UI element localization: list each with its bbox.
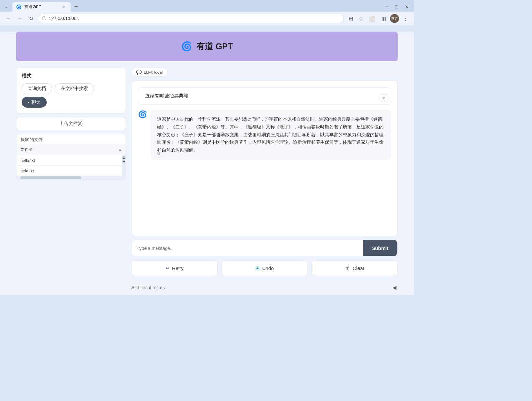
- extensions-button[interactable]: ⬜: [367, 14, 377, 23]
- llm-badge: 💬 LLM: local: [131, 68, 168, 77]
- undo-label: Undo: [262, 265, 274, 271]
- mode-label: 模式: [22, 73, 121, 79]
- window-controls: ─ □ ✕: [382, 3, 411, 11]
- app-logo-icon: 🌀: [181, 41, 192, 52]
- files-list: hello.txt helo.txt: [16, 155, 122, 176]
- collapse-additional-inputs-button[interactable]: ◀: [391, 283, 398, 292]
- minimize-button[interactable]: ─: [382, 3, 391, 11]
- tab-bar: ⌄ 🌀 有道GPT ✕ + ─ □ ✕: [0, 0, 414, 12]
- user-message-container: 道家有哪些经典典籍 ⧉: [138, 87, 391, 105]
- input-section: Submit: [131, 240, 398, 256]
- clear-icon: 🗑: [345, 265, 350, 271]
- mode-section: 模式 查询文档 在文档中搜索 聊天: [16, 68, 126, 113]
- files-column-header: 文件名: [20, 147, 118, 152]
- address-bar[interactable]: ⓘ 127.0.0.1:8001: [38, 14, 344, 23]
- horiz-scroll-thumb: [20, 176, 81, 179]
- scroll-up-button[interactable]: ▲: [122, 156, 125, 159]
- mode-buttons: 查询文档 在文档中搜索 聊天: [22, 83, 121, 108]
- maximize-button[interactable]: □: [392, 3, 401, 11]
- mode-query-button[interactable]: 查询文档: [22, 83, 52, 94]
- tab-controls-left: ⌄: [3, 4, 9, 10]
- translate-button[interactable]: ⊞: [347, 14, 355, 23]
- additional-inputs-row: Additional Inputs ◀: [131, 280, 398, 295]
- bookmark-button[interactable]: ☆: [357, 14, 365, 23]
- new-tab-button[interactable]: +: [72, 2, 81, 12]
- retry-label: Retry: [172, 265, 184, 271]
- files-header-row: 文件名 ▲: [16, 144, 126, 155]
- list-item: hello.txt: [16, 155, 122, 166]
- content-row: 模式 查询文档 在文档中搜索 聊天 上传文件(s) 摄取的文件 文件名 ▲: [16, 68, 398, 295]
- ai-message-container: 🌀 道家是中国古代的一个哲学流派，其主要思想是"道"，即宇宙的本源和自然法则。道…: [138, 110, 391, 160]
- nav-bar: ← → ↻ ⓘ 127.0.0.1:8001 ⊞ ☆ ⬜ ▥ 世奇 ⋮: [0, 12, 414, 25]
- mode-search-button[interactable]: 在文档中搜索: [55, 83, 94, 94]
- profile-button[interactable]: 世奇: [390, 14, 399, 23]
- message-input[interactable]: [132, 240, 360, 256]
- clear-label: Clear: [353, 265, 364, 271]
- main-content: 🌀 有道 GPT 模式 查询文档 在文档中搜索 聊天 上传文件(s) 摄取的文件: [0, 32, 414, 295]
- llm-badge-text: LLM: local: [144, 70, 163, 75]
- files-vertical-scrollbar[interactable]: ▲ ▼: [122, 155, 126, 176]
- tab-title: 有道GPT: [24, 4, 59, 10]
- files-section: 摄取的文件 文件名 ▲ hello.txt helo.txt ▲ ▼: [16, 134, 126, 180]
- clear-button[interactable]: 🗑 Clear: [311, 260, 398, 276]
- mode-chat-button[interactable]: 聊天: [22, 97, 47, 108]
- files-sort-icon[interactable]: ▲: [118, 147, 122, 152]
- address-text: 127.0.0.1:8001: [49, 16, 340, 21]
- llm-icon: 💬: [136, 70, 142, 75]
- nav-actions: ⊞ ☆ ⬜ ▥ 世奇 ⋮: [347, 14, 410, 23]
- browser-chrome: ⌄ 🌀 有道GPT ✕ + ─ □ ✕ ← → ↻ ⓘ 127.0.0.1:80…: [0, 0, 414, 25]
- user-message: 道家有哪些经典典籍: [138, 87, 391, 105]
- tab-close-button[interactable]: ✕: [61, 4, 67, 9]
- submit-button[interactable]: Submit: [363, 240, 397, 256]
- sidebar-toggle-button[interactable]: ▥: [379, 14, 388, 23]
- chat-area: 道家有哪些经典典籍 ⧉ 🌀 道家是中国古代的一个哲学流派，其主要思想是"道"，即…: [131, 81, 398, 236]
- refresh-button[interactable]: ↻: [27, 14, 35, 23]
- left-panel: 模式 查询文档 在文档中搜索 聊天 上传文件(s) 摄取的文件 文件名 ▲: [16, 68, 126, 180]
- address-lock-icon: ⓘ: [42, 16, 46, 21]
- user-copy-button[interactable]: ⧉: [380, 94, 388, 102]
- files-horizontal-scrollbar[interactable]: [16, 176, 126, 180]
- app-title: 有道 GPT: [196, 41, 233, 52]
- undo-button[interactable]: ⊞ Undo: [222, 260, 308, 276]
- forward-button[interactable]: →: [16, 14, 25, 23]
- files-scrollbar-area: hello.txt helo.txt ▲ ▼: [16, 155, 126, 176]
- ai-message-text: 道家是中国古代的一个哲学流派，其主要思想是"道"，即宇宙的本源和自然法则。道家的…: [157, 117, 384, 152]
- upload-files-button[interactable]: 上传文件(s): [16, 117, 126, 130]
- list-item: helo.txt: [16, 166, 122, 176]
- ai-avatar-icon: 🌀: [138, 110, 147, 119]
- tab-favicon-icon: 🌀: [16, 4, 22, 9]
- additional-inputs-label: Additional Inputs: [131, 285, 165, 290]
- right-panel: 💬 LLM: local 道家有哪些经典典籍 ⧉ 🌀 道家是中国古代的一个哲学流…: [131, 68, 398, 295]
- ai-message-bubble: 道家是中国古代的一个哲学流派，其主要思想是"道"，即宇宙的本源和自然法则。道家的…: [151, 110, 391, 160]
- action-buttons: ↩ Retry ⊞ Undo 🗑 Clear: [131, 260, 398, 276]
- files-section-label: 摄取的文件: [16, 134, 126, 144]
- back-button[interactable]: ←: [4, 14, 13, 23]
- app-header: 🌀 有道 GPT: [16, 32, 398, 61]
- undo-icon: ⊞: [255, 265, 260, 271]
- retry-button[interactable]: ↩ Retry: [131, 260, 218, 276]
- scroll-down-button[interactable]: ▼: [122, 160, 125, 163]
- menu-button[interactable]: ⋮: [401, 14, 410, 23]
- retry-icon: ↩: [165, 265, 169, 271]
- close-button[interactable]: ✕: [402, 3, 411, 11]
- tab-list-button[interactable]: ⌄: [3, 4, 9, 10]
- ai-copy-button[interactable]: ⧉: [155, 150, 163, 157]
- active-tab[interactable]: 🌀 有道GPT ✕: [12, 2, 71, 12]
